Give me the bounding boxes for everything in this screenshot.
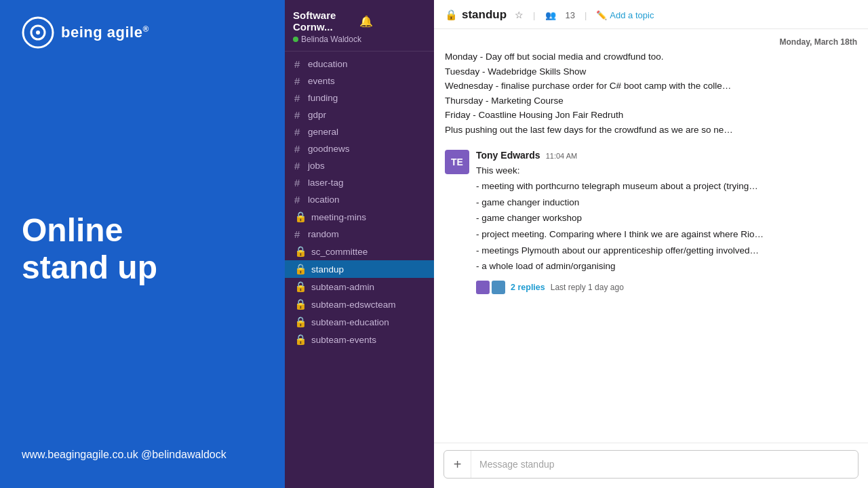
message-time: 11:04 AM: [546, 152, 577, 160]
channel-name: gdpr: [308, 110, 326, 120]
members-icon: 👥: [545, 10, 556, 20]
sidebar-item-subteam-education[interactable]: 🔒subteam-education: [285, 313, 434, 331]
left-panel: being agile® Online stand up www.beaging…: [0, 0, 285, 488]
channel-prefix: #: [294, 58, 304, 70]
message-block: TE Tony Edwards 11:04 AM This week: - me…: [434, 143, 868, 302]
channel-prefix: #: [294, 194, 304, 205]
channel-name: laser-tag: [308, 178, 344, 188]
logo-icon: [22, 16, 54, 49]
message-input[interactable]: [471, 452, 858, 476]
footer-text: www.beagingagile.co.uk @belindawaldock: [22, 449, 263, 472]
replies-bar: 2 replies Last reply 1 day ago: [476, 278, 857, 297]
headline: Online stand up: [22, 211, 263, 286]
channel-name: standup: [311, 264, 344, 274]
sidebar-item-funding[interactable]: #funding: [285, 89, 434, 106]
reply-avatar-2: [492, 281, 505, 294]
sidebar-item-standup[interactable]: 🔒standup: [285, 260, 434, 278]
prev-message-line: Thursday - Marketing Course: [445, 94, 857, 108]
message-content: Tony Edwards 11:04 AM This week: - meeti…: [476, 150, 857, 297]
channel-title: 🔒 standup: [445, 8, 507, 22]
channel-name: subteam-events: [311, 335, 376, 345]
message-body: This week: - meeting with porthcurno tel…: [476, 163, 857, 274]
workspace-name[interactable]: Software Cornw... 🔔: [293, 9, 426, 33]
avatar: TE: [445, 150, 469, 174]
channel-list: #education#events#funding#gdpr#general#g…: [285, 52, 434, 488]
sidebar-item-random[interactable]: #random: [285, 226, 434, 243]
input-box: +: [443, 450, 859, 479]
replies-link[interactable]: 2 replies: [511, 283, 545, 292]
chat-area: 🔒 standup ☆ | 👥 13 | ✏️ Add a topic Mond…: [434, 0, 868, 488]
prev-message-line: Tuesday - Wadebridge Skills Show: [445, 64, 857, 79]
sidebar-item-general[interactable]: #general: [285, 123, 434, 140]
message-author: Tony Edwards: [476, 150, 540, 161]
message-item: - a whole load of admin/organising: [476, 259, 857, 274]
message-item: - project meeting. Comparing where I thi…: [476, 227, 857, 242]
sidebar-item-gdpr[interactable]: #gdpr: [285, 106, 434, 123]
reply-avatar-1: [476, 281, 490, 294]
bell-icon[interactable]: 🔔: [359, 15, 426, 28]
prev-message-line: Plus pushing out the last few days for t…: [445, 123, 857, 138]
lock-icon: 🔒: [445, 9, 458, 21]
channel-prefix: #: [294, 228, 304, 240]
channel-name: jobs: [308, 161, 325, 171]
channel-prefix: #: [294, 126, 304, 138]
header-meta: ☆ | 👥 13 | ✏️ Add a topic: [515, 9, 654, 20]
channel-name: goodnews: [308, 144, 350, 154]
channel-prefix: 🔒: [294, 333, 307, 346]
channel-prefix: 🔒: [294, 263, 307, 275]
message-item: - meeting with porthcurno telegraph muse…: [476, 179, 857, 194]
logo-area: being agile®: [22, 16, 263, 49]
channel-name: general: [308, 127, 338, 137]
sidebar-item-subteam-edswcteam[interactable]: 🔒subteam-edswcteam: [285, 296, 434, 313]
user-status: Belinda Waldock: [293, 35, 426, 44]
sidebar-item-location[interactable]: #location: [285, 191, 434, 208]
prev-messages: Monday - Day off but social media and cr…: [434, 49, 868, 143]
channel-prefix: 🔒: [294, 316, 307, 328]
prev-message-line: Friday - Coastline Housing Jon Fair Redr…: [445, 108, 857, 123]
chat-header: 🔒 standup ☆ | 👥 13 | ✏️ Add a topic: [434, 0, 868, 29]
channel-prefix: #: [294, 75, 304, 87]
message-input-area: +: [434, 443, 868, 488]
sidebar-item-events[interactable]: #events: [285, 73, 434, 89]
reply-avatars: [476, 281, 505, 294]
sidebar-item-goodnews[interactable]: #goodnews: [285, 140, 434, 157]
messages-container: Monday, March 18th Monday - Day off but …: [434, 29, 868, 443]
replies-meta: Last reply 1 day ago: [551, 283, 624, 292]
sidebar: Software Cornw... 🔔 Belinda Waldock #edu…: [285, 0, 434, 488]
sidebar-item-laser-tag[interactable]: #laser-tag: [285, 174, 434, 191]
channel-name: education: [308, 59, 348, 69]
add-attachment-button[interactable]: +: [444, 451, 471, 478]
sidebar-item-subteam-events[interactable]: 🔒subteam-events: [285, 331, 434, 348]
message-item: - game changer induction: [476, 195, 857, 210]
star-icon[interactable]: ☆: [515, 9, 524, 20]
channel-name: meeting-mins: [311, 212, 366, 222]
prev-message-line: Monday - Day off but social media and cr…: [445, 49, 857, 64]
message-header: Tony Edwards 11:04 AM: [476, 150, 857, 161]
channel-prefix: #: [294, 143, 304, 155]
add-topic-button[interactable]: ✏️ Add a topic: [596, 10, 654, 20]
sidebar-item-education[interactable]: #education: [285, 56, 434, 73]
sidebar-item-jobs[interactable]: #jobs: [285, 157, 434, 174]
channel-prefix: 🔒: [294, 211, 307, 223]
sidebar-item-subteam-admin[interactable]: 🔒subteam-admin: [285, 278, 434, 296]
channel-prefix: 🔒: [294, 281, 307, 293]
channel-name: subteam-admin: [311, 282, 374, 292]
channel-prefix: #: [294, 109, 304, 121]
channel-name: subteam-education: [311, 317, 389, 327]
channel-name: location: [308, 195, 340, 205]
channel-name: events: [308, 76, 335, 86]
channel-name: funding: [308, 93, 338, 103]
workspace-header: Software Cornw... 🔔 Belinda Waldock: [285, 0, 434, 52]
channel-prefix: 🔒: [294, 298, 307, 310]
svg-point-2: [36, 30, 40, 35]
status-dot: [293, 37, 298, 42]
channel-prefix: #: [294, 92, 304, 104]
channel-name: sc_committee: [311, 247, 368, 257]
message-item: - game changer workshop: [476, 211, 857, 226]
date-divider: Monday, March 18th: [434, 29, 868, 49]
sidebar-item-meeting-mins[interactable]: 🔒meeting-mins: [285, 208, 434, 226]
sidebar-item-sc_committee[interactable]: 🔒sc_committee: [285, 243, 434, 260]
channel-prefix: 🔒: [294, 245, 307, 258]
channel-name: random: [308, 229, 339, 239]
prev-message-line: Wednesday - finalise purchase order for …: [445, 79, 857, 94]
